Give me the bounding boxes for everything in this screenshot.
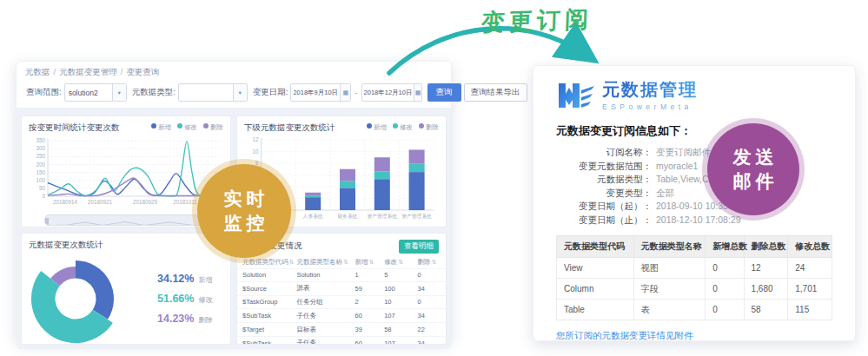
table-cell: 字段: [633, 279, 705, 300]
svg-text:12: 12: [252, 136, 259, 142]
table-cell: $Target: [237, 323, 291, 337]
legend-dot: [419, 123, 424, 129]
table-cell: 表: [633, 300, 705, 320]
table-cell: 34: [413, 336, 446, 345]
date-range-separator: -: [354, 88, 357, 97]
breadcrumb-item[interactable]: 元数据变更管理: [59, 67, 117, 76]
svg-text:250: 250: [36, 153, 45, 159]
svg-text:50: 50: [39, 185, 46, 191]
metadata-type-label: 元数据类型:: [132, 87, 176, 98]
table-cell: 58: [744, 300, 788, 320]
legend-dot: [177, 123, 182, 129]
chart-title: 按变更时间统计变更次数: [29, 122, 120, 134]
donut-legend: 34.12%新增 51.66%修改 14.23%删除: [157, 273, 212, 325]
table-cell: 12: [744, 258, 788, 279]
legend-dot: [151, 123, 156, 129]
svg-text:10: 10: [252, 148, 259, 155]
scope-select[interactable]: solution2 ▼: [64, 83, 127, 102]
table-cell: View: [557, 258, 634, 279]
table-cell: 34: [413, 309, 446, 323]
calendar-icon: ▦: [414, 84, 421, 101]
field-label: 变更日期（起）：: [556, 200, 652, 214]
table-cell: 58: [379, 323, 412, 337]
svg-text:20180914: 20180914: [53, 199, 78, 205]
field-value: 全部: [656, 187, 674, 201]
table-cell: 0: [706, 300, 744, 320]
sort-icon[interactable]: ⇅: [398, 259, 403, 265]
slider-handle-left: [45, 218, 49, 226]
date-to-input[interactable]: 2018年12月10日 ▦: [361, 83, 422, 102]
field-label: 元数据类型：: [556, 173, 652, 187]
breadcrumb-item[interactable]: 元数据: [25, 67, 50, 76]
table-row: View视图01224: [557, 258, 832, 279]
table-cell: Column: [557, 279, 634, 300]
table-row: Column字段01,6801,701: [557, 279, 832, 300]
table-cell: Table: [557, 300, 634, 320]
logo-title: 元数据管理: [602, 78, 698, 102]
change-date-label: 变更日期:: [253, 87, 288, 98]
table-cell: 34: [413, 281, 446, 295]
table-cell: 2: [350, 295, 380, 309]
table-row: SolutionSolution150: [237, 269, 446, 282]
table-cell: 107: [379, 309, 412, 323]
date-from-input[interactable]: 2018年9月10日 ▦: [290, 83, 351, 102]
calendar-icon: ▦: [340, 84, 350, 101]
logo-subtitle: ESPowerMeta: [602, 102, 698, 111]
logo-icon: [556, 78, 594, 111]
table-cell: $SubTask: [237, 309, 291, 323]
field-value: 2018-12-10 17:08:29: [656, 214, 741, 227]
table-cell: 0: [706, 279, 744, 300]
chart-title: 下级元数据变更次数统计: [244, 122, 335, 134]
table-cell: $TaskGroup: [237, 295, 291, 309]
svg-text:20180929: 20180929: [133, 199, 158, 205]
legend-dot: [367, 123, 372, 129]
logo: 元数据管理 ESPowerMeta: [556, 78, 832, 111]
export-button[interactable]: 查询结果导出: [464, 83, 527, 102]
svg-text:200: 200: [36, 162, 45, 168]
breadcrumb-separator: /: [121, 67, 123, 76]
sort-icon[interactable]: ⇅: [369, 259, 374, 265]
table-header-row: 元数据类型代码⇅ 元数据类型名称⇅ 新增⇅ 修改⇅ 删除⇅: [237, 255, 446, 269]
svg-text:人事系统: 人事系统: [302, 213, 323, 220]
sort-icon[interactable]: ⇅: [343, 259, 348, 265]
field-value: myoracle1: [656, 160, 698, 174]
legend-dot: [393, 123, 398, 129]
table-cell: 39: [350, 323, 380, 337]
table-cell: 任务分组: [291, 295, 349, 309]
svg-text:350: 350: [36, 137, 45, 143]
datazoom-slider[interactable]: [44, 214, 223, 226]
query-button[interactable]: 查询: [427, 83, 461, 102]
table-cell: 1,680: [744, 279, 788, 300]
chevron-down-icon: ▼: [112, 84, 126, 101]
svg-text:资产管理系统: 资产管理系统: [367, 213, 397, 220]
monitor-badge: 实时 监控: [197, 164, 291, 258]
change-table: 元数据类型代码⇅ 元数据类型名称⇅ 新增⇅ 修改⇅ 删除⇅ SolutionSo…: [237, 255, 446, 345]
table-cell: 目标表: [291, 323, 349, 337]
table-cell: 0: [706, 258, 744, 279]
table-row: $Source源表5910034: [237, 281, 446, 295]
donut-pct: 34.12%: [157, 273, 194, 285]
sort-icon[interactable]: ⇅: [432, 259, 437, 265]
field-row: 变更日期（止）：2018-12-10 17:08:29: [556, 214, 832, 227]
table-cell: 10: [379, 295, 412, 309]
table-row: $TaskGroup任务分组2100: [237, 295, 446, 309]
field-value: 变更订阅邮件: [656, 146, 711, 160]
table-cell: 视图: [633, 258, 705, 279]
table-header-row: 元数据类型代码 元数据类型名称 新增总数 删除总数 修改总数: [557, 236, 832, 258]
svg-text:20180921: 20180921: [88, 199, 113, 205]
metadata-type-select[interactable]: ▼: [178, 83, 248, 102]
subscription-heading: 元数据变更订阅信息如下：: [556, 123, 832, 139]
sort-icon[interactable]: ⇅: [289, 259, 295, 265]
donut-chart: [22, 253, 152, 345]
view-detail-button[interactable]: 查看明细: [399, 240, 439, 254]
table-cell: 24: [788, 258, 832, 279]
table-row: $SubTask子任务6010734: [237, 336, 446, 345]
chart-title: 元数据变更次数统计: [29, 240, 103, 251]
svg-text:150: 150: [36, 169, 45, 175]
field-row: 变更日期（起）：2018-09-10 10:35:45: [556, 200, 832, 214]
field-label: 变更类型：: [556, 187, 652, 201]
table-cell: 100: [379, 281, 412, 295]
svg-text:0: 0: [42, 193, 45, 199]
attachment-link[interactable]: 您所订阅的元数据变更详情见附件: [556, 330, 693, 342]
svg-text:20181011: 20181011: [173, 199, 197, 205]
